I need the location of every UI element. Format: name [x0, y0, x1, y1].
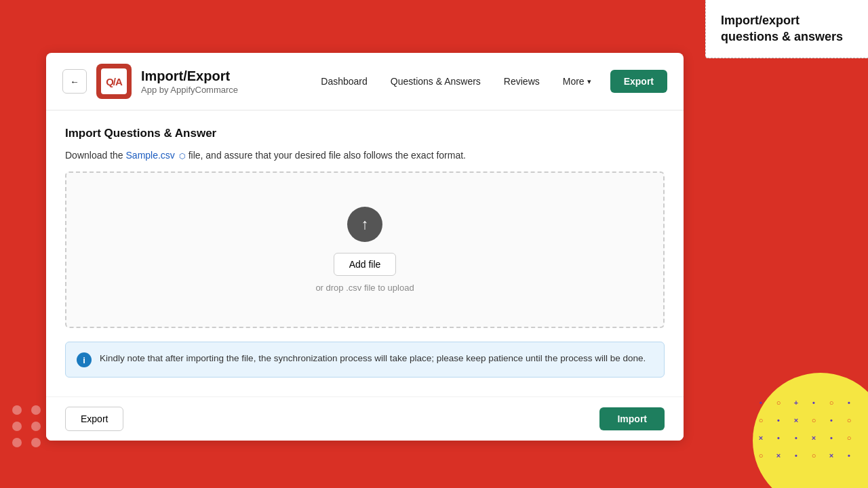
card-content: Import Questions & Answer Download the S… [46, 110, 684, 396]
import-button[interactable]: Import [599, 407, 665, 430]
app-logo: Q/A [96, 64, 132, 99]
upload-icon-circle: ↑ [347, 207, 382, 242]
app-subtitle: App by AppifyCommarce [141, 85, 311, 95]
instructions: Download the Sample.csv ⬡ file, and assu… [65, 150, 665, 161]
section-title: Import Questions & Answer [65, 127, 665, 140]
app-title: Import/Export [141, 68, 311, 84]
top-right-title: Import/export questions & answers [721, 12, 853, 45]
nav-reviews[interactable]: Reviews [494, 70, 549, 92]
back-button[interactable]: ← [62, 69, 87, 94]
card-header: ← Q/A Import/Export App by AppifyCommarc… [46, 53, 684, 110]
main-card: ← Q/A Import/Export App by AppifyCommarc… [46, 53, 684, 441]
back-icon: ← [70, 77, 79, 87]
footer-export-button[interactable]: Export [65, 407, 123, 431]
external-link-icon: ⬡ [179, 152, 186, 160]
header-export-button[interactable]: Export [610, 70, 667, 93]
bg-dots-left [12, 405, 43, 447]
card-footer: Export Import [46, 396, 684, 441]
info-box: i Kindly note that after importing the f… [65, 342, 665, 378]
main-nav: Dashboard Questions & Answers Reviews Mo… [311, 70, 667, 93]
add-file-button[interactable]: Add file [334, 253, 397, 276]
app-logo-text: Q/A [106, 76, 122, 87]
chevron-down-icon: ▾ [587, 77, 591, 86]
nav-dashboard[interactable]: Dashboard [311, 70, 377, 92]
drop-hint: or drop .csv file to upload [80, 283, 650, 293]
sample-csv-link[interactable]: Sample.csv ⬡ [126, 150, 189, 161]
top-right-label: Import/export questions & answers [705, 0, 868, 58]
decorative-dot-grid: • ○ + • ○ • ○ • × ○ • ○ × • • × • ○ ○ × … [755, 397, 854, 461]
nav-more[interactable]: More ▾ [553, 70, 601, 92]
nav-questions-answers[interactable]: Questions & Answers [381, 70, 490, 92]
upload-icon: ↑ [361, 217, 369, 232]
info-icon: i [77, 352, 92, 367]
info-text: Kindly note that after importing the fil… [100, 352, 646, 365]
drop-zone[interactable]: ↑ Add file or drop .csv file to upload [65, 171, 665, 328]
app-title-group: Import/Export App by AppifyCommarce [141, 68, 311, 95]
